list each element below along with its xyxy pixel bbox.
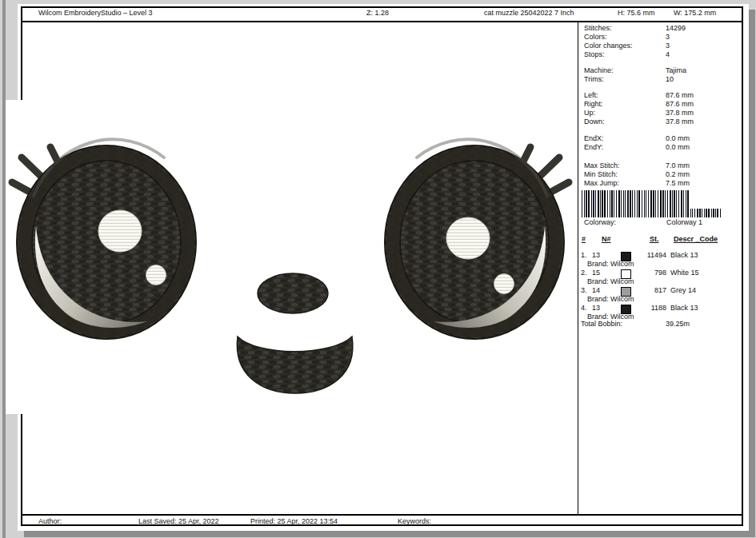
stat-value: 37.8 mm (666, 118, 694, 126)
limits-group: Max Stitch:7.0 mm Min Stitch:0.2 mm Max … (578, 161, 742, 188)
colorway-label: Colorway: (584, 218, 616, 227)
row-number: 3. (581, 286, 587, 295)
stat-row: Up:37.8 mm (578, 109, 742, 118)
stat-row: Down:37.8 mm (578, 118, 742, 126)
thread-brand: Brand: Wilcom (587, 260, 634, 269)
stitch-count: 798 (630, 269, 666, 277)
stat-row: Left:87.6 mm (578, 91, 742, 100)
color-description: Black 13 (670, 251, 698, 260)
stat-row: Stitches:14299 (578, 24, 742, 33)
print-preview-window: Wilcom EmbroideryStudio – Level 3 Z: 1.2… (0, 0, 756, 538)
stat-label: EndY: (584, 143, 603, 152)
stat-value: 3 (666, 42, 670, 50)
stitch-count: 1188 (630, 304, 666, 313)
col-header-needle: N# (602, 235, 611, 243)
total-bobbin-value: 39.25m (666, 320, 690, 329)
stat-label: Stitches: (584, 24, 612, 33)
stat-row: EndX:0.0 mm (578, 134, 742, 143)
col-header-stitches: St. (650, 235, 659, 243)
row-number: 2. (581, 269, 587, 277)
color-description: Grey 14 (670, 286, 696, 295)
barcode-row-2 (582, 209, 722, 217)
stat-value: 0.2 mm (666, 170, 690, 179)
machine-group: Machine:Tajima Trims:10 (578, 66, 742, 84)
stat-value: 4 (666, 50, 670, 59)
stat-label: Right: (584, 100, 603, 109)
row-number: 4. (581, 304, 587, 313)
footer-divider (21, 514, 743, 516)
stat-value: 7.5 mm (666, 179, 690, 188)
stat-value: 0.0 mm (666, 134, 690, 143)
stat-label: Stops: (584, 50, 605, 59)
extents-group: Left:87.6 mm Right:87.6 mm Up:37.8 mm Do… (578, 91, 742, 126)
stat-row: Right:87.6 mm (578, 100, 742, 109)
stat-value: 87.6 mm (666, 91, 694, 100)
stat-label: Left: (584, 91, 598, 100)
stat-label: Max Stitch: (584, 161, 620, 170)
color-description: Black 13 (670, 304, 698, 313)
stat-value: 7.0 mm (666, 161, 690, 170)
printed-timestamp: Printed: 25 Apr, 2022 13:54 (250, 517, 338, 526)
barcode-row-1 (582, 190, 690, 209)
needle-number: 14 (592, 286, 600, 295)
stitch-count: 817 (630, 286, 666, 295)
stat-label: Down: (584, 118, 605, 126)
nose-shape (258, 273, 328, 313)
stat-value: 3 (666, 33, 670, 42)
left-eye-highlight (98, 210, 142, 252)
stat-value: 10 (666, 75, 674, 84)
stat-row: EndY:0.0 mm (578, 143, 742, 152)
left-eye-glint (146, 265, 166, 285)
last-saved: Last Saved: 25 Apr, 2022 (138, 517, 219, 526)
stat-label: Up: (584, 109, 595, 118)
stat-label: Max Jump: (584, 179, 619, 188)
stat-value: 14299 (666, 24, 686, 33)
needle-number: 13 (592, 304, 600, 313)
design-preview (0, 0, 578, 528)
needle-number: 15 (592, 269, 600, 277)
col-header-number: # (582, 235, 586, 243)
right-eye-highlight (446, 217, 490, 259)
stat-label: Color changes: (584, 42, 633, 50)
stat-value: 0.0 mm (666, 143, 690, 152)
stat-row: Color changes:3 (578, 42, 742, 50)
col-header-descr-code: Descr _Code (674, 235, 718, 243)
colorway-row: 3. 14 817 Grey 14 Brand: Wilcom (578, 286, 742, 304)
ends-group: EndX:0.0 mm EndY:0.0 mm (578, 134, 742, 152)
stat-value: 37.8 mm (666, 109, 694, 118)
right-eye-glint (494, 274, 514, 294)
colorway-row: 2. 15 798 White 15 Brand: Wilcom (578, 269, 742, 286)
page-shadow-right (749, 10, 755, 532)
stat-value: 87.6 mm (666, 100, 694, 109)
stat-row: Min Stitch:0.2 mm (578, 170, 742, 179)
needle-number: 13 (592, 251, 600, 260)
stat-row: Colors:3 (578, 33, 742, 42)
thread-brand: Brand: Wilcom (587, 295, 634, 304)
stats-group: Stitches:14299 Colors:3 Color changes:3 … (578, 24, 742, 59)
total-bobbin-label: Total Bobbin: (581, 320, 622, 329)
colorway-value: Colorway 1 (666, 218, 702, 227)
stat-row: Stops:4 (578, 50, 742, 59)
color-description: White 15 (670, 269, 699, 277)
stat-label: Trims: (584, 75, 604, 84)
design-height: H: 75.6 mm (618, 9, 655, 18)
stitch-count: 11494 (630, 251, 666, 260)
stat-row: Machine:Tajima (578, 66, 742, 75)
stat-row: Max Stitch:7.0 mm (578, 161, 742, 170)
stat-label: Min Stitch: (584, 170, 618, 179)
stat-row: Trims:10 (578, 75, 742, 84)
stat-value: Tajima (666, 66, 686, 75)
row-number: 1. (581, 251, 587, 260)
design-width: W: 175.2 mm (674, 9, 716, 18)
keywords-label: Keywords: (398, 517, 431, 526)
colorway-row: 1. 13 11494 Black 13 Brand: Wilcom (578, 251, 742, 269)
stat-label: Machine: (584, 66, 614, 75)
stat-label: EndX: (584, 134, 604, 143)
author-label: Author: (38, 517, 62, 526)
stat-label: Colors: (584, 33, 607, 42)
colorway-row: 4. 13 1188 Black 13 Brand: Wilcom (578, 304, 742, 321)
page-shadow-bottom (24, 531, 755, 537)
thread-brand: Brand: Wilcom (587, 277, 634, 286)
stat-row: Max Jump:7.5 mm (578, 179, 742, 188)
